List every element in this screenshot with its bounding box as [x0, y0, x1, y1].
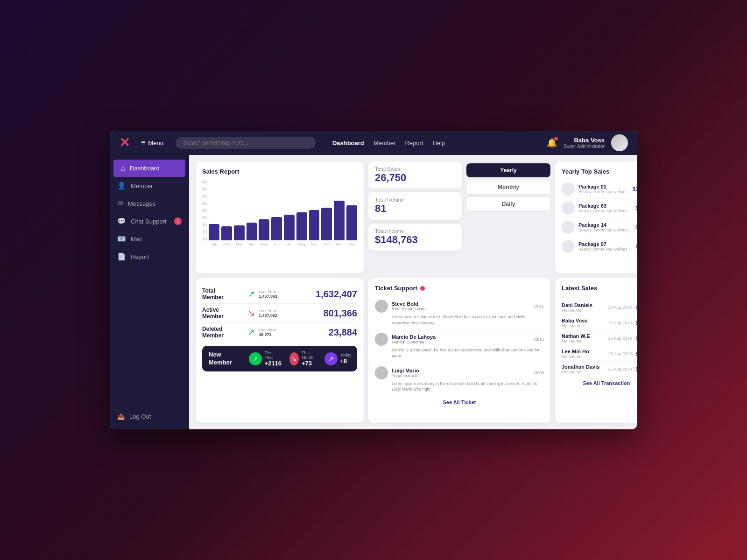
ticket-message: Lorem ipsum dolor sit met. Steve Bold ha…	[375, 314, 544, 326]
latest-amount: $21.11	[635, 336, 637, 341]
active-member-arrow: ↘	[248, 308, 255, 318]
pkg-avatar	[562, 182, 575, 196]
latest-sales-row: Lee Min Ho Melbourne 25 Aug 2019 $21.11	[562, 346, 637, 362]
latest-date: 25 Aug 2019	[608, 367, 632, 371]
latest-sales-row: Dani Daniels Melbourne 25 Aug 2019 $21.1…	[562, 300, 637, 315]
mail-icon: 📧	[117, 235, 126, 243]
bar-col-dec	[346, 205, 357, 240]
this-year-label: This Year	[265, 350, 282, 360]
today-val: +8	[340, 357, 352, 364]
nav-right: 🔔 Baba Voss Super Administrator	[547, 134, 628, 151]
month-icon: ↘	[289, 352, 299, 365]
bar-col-may	[259, 219, 269, 240]
ticket-item: Luigi Mario Yoga Instructor 06:08 Lorem …	[375, 363, 544, 396]
active-member-label: ActiveMember	[202, 307, 244, 320]
latest-sales-card: Latest Sales +206 Dani Daniels Melbourne…	[555, 278, 637, 423]
bars-area	[209, 180, 357, 240]
latest-list: Dani Daniels Melbourne 25 Aug 2019 $21.1…	[562, 300, 637, 377]
pkg-name: Package 63	[578, 203, 632, 209]
notification-bell[interactable]: 🔔	[547, 138, 557, 148]
total-refund-label: Total Refund	[375, 197, 455, 203]
total-member-arrow: ↗	[248, 289, 255, 299]
daily-button[interactable]: Daily	[466, 197, 550, 211]
pkg-avatar	[562, 221, 575, 234]
latest-person-name: Dani Daniels	[562, 302, 608, 308]
tickets-list: Steve Bold Real Estate Owner 14:21 Lorem…	[375, 296, 544, 396]
sales-chart: 90 80 70 60 50 40 30 20 10 JanFebMarAprM…	[202, 180, 357, 250]
menu-button[interactable]: ≡ Menu	[141, 139, 163, 147]
bar-may	[259, 219, 269, 240]
deleted-member-label: DeletedMember	[202, 326, 244, 339]
sidebar-item-dashboard[interactable]: ⌂ Dashboard	[113, 160, 185, 177]
pkg-avatar	[562, 240, 575, 253]
deleted-member-last-val: 46,073	[259, 332, 276, 337]
ticket-message: Lorem ipsum secretary in the office with…	[375, 381, 544, 392]
today-icon: ↗	[324, 352, 338, 365]
x-label-apr: Apr	[247, 242, 257, 246]
sidebar-item-mail[interactable]: 📧 Mail	[110, 230, 189, 248]
nav-report[interactable]: Report	[405, 140, 423, 147]
content-area: Sales Report 90 80 70 60 50 40 30 20 10	[189, 155, 637, 429]
bar-mar	[234, 225, 245, 240]
ticket-role: Normal Customer	[392, 340, 436, 344]
bar-jun	[271, 217, 282, 240]
y-axis: 90 80 70 60 50 40 30 20 10	[202, 180, 207, 250]
sidebar-item-messages[interactable]: ✉ Messages	[110, 195, 189, 212]
latest-date: 25 Aug 2019	[608, 321, 632, 325]
today-label: Today	[340, 353, 352, 357]
bar-dec	[346, 205, 357, 240]
x-label-sep: Sep	[309, 242, 320, 246]
see-all-tickets[interactable]: See All Ticket	[375, 399, 544, 405]
deleted-member-arrow: ↗	[248, 328, 255, 337]
pkg-info: Package 63 Beauty center spa wellnes	[578, 203, 632, 213]
pkg-info: Package 01 Beauty center spa wellnes	[578, 184, 629, 194]
pkg-info: Package 14 Beauty center spa wellnes	[578, 222, 632, 232]
bar-col-mar	[234, 225, 245, 240]
total-member-row: TotalMember ↗ Last Year 1,457,062 1,632,…	[202, 285, 357, 304]
avatar[interactable]	[611, 134, 628, 151]
logout-button[interactable]: 📤 Log Out	[117, 413, 182, 420]
bar-col-jul	[284, 215, 295, 240]
pkg-price: $21.11	[635, 244, 637, 249]
new-member-this-month: ↘ This Month +73	[289, 350, 317, 367]
see-all-transactions[interactable]: See All Transaction	[562, 380, 637, 386]
bar-col-jun	[271, 217, 282, 240]
search-input[interactable]	[176, 137, 316, 149]
yearly-button[interactable]: Yearly	[466, 163, 550, 177]
nav-help[interactable]: Help	[433, 140, 445, 147]
packages-list: Package 01 Beauty center spa wellnes $12…	[562, 180, 637, 256]
package-row: Package 01 Beauty center spa wellnes $12…	[562, 180, 637, 199]
deleted-member-value: 23,884	[329, 327, 357, 338]
sidebar-item-report[interactable]: 📄 Report	[110, 248, 189, 266]
ticket-message: Marcio is a freelancer, he has a great e…	[375, 347, 544, 359]
new-member-today: ↗ Today +8	[324, 352, 352, 365]
bar-jul	[284, 215, 295, 240]
x-label-may: May	[259, 242, 269, 246]
logout-icon: 📤	[117, 413, 125, 420]
total-refund-value: 81	[375, 203, 455, 215]
sales-report-title: Sales Report	[202, 168, 357, 175]
yearly-top-sales-card: Yearly Top Sales Package 01 Beauty cente…	[555, 161, 637, 273]
this-year-val: +2116	[265, 360, 282, 367]
monthly-button[interactable]: Monthly	[466, 180, 550, 194]
bar-col-oct	[321, 208, 332, 240]
new-member-label: NewMember	[209, 351, 241, 367]
latest-location: Melbourne	[562, 370, 608, 374]
total-income-card: Total Income $148,763	[368, 224, 462, 251]
nav-member[interactable]: Member	[374, 140, 396, 147]
bar-col-feb	[221, 226, 232, 240]
total-income-value: $148,763	[375, 234, 455, 246]
x-label-mar: Mar	[234, 242, 245, 246]
total-member-value: 1,632,407	[316, 289, 357, 300]
sidebar-item-member[interactable]: 👤 Member	[110, 177, 189, 195]
total-member-last-val: 1,457,062	[259, 294, 277, 299]
ticket-support-card: Ticket Support Steve Bold Real Estate Ow…	[368, 278, 550, 423]
ticket-time: 06:08	[533, 371, 544, 375]
sidebar-item-chat-support[interactable]: 💬 Chat Support 1	[110, 212, 189, 230]
nav-dashboard[interactable]: Dashboard	[332, 140, 364, 147]
latest-amount: $21.11	[635, 351, 637, 357]
main-area: ⌂ Dashboard 👤 Member ✉ Messages 💬 Chat S…	[110, 155, 637, 429]
time-buttons-col: Yearly Monthly Daily	[466, 161, 550, 273]
ticket-person-name: Steve Bold	[392, 301, 427, 307]
latest-sales-header: Latest Sales +206	[562, 285, 637, 296]
